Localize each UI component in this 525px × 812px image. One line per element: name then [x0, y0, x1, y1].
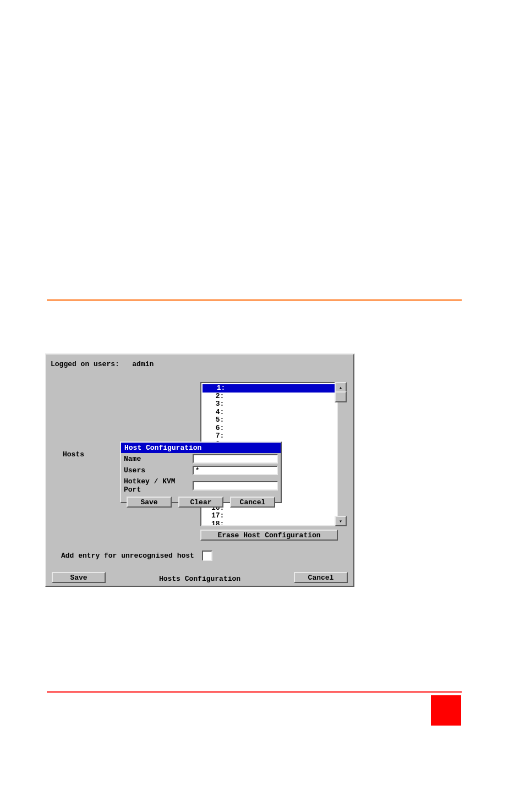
modal-title: Host Configuration	[121, 443, 281, 453]
scrollbar-thumb[interactable]	[335, 391, 347, 402]
list-item[interactable]: 2:	[201, 393, 337, 401]
scroll-down-button[interactable]: ▾	[335, 516, 347, 526]
users-label: Users	[124, 466, 190, 475]
hotkey-input[interactable]	[193, 481, 278, 491]
triangle-down-icon: ▾	[339, 518, 342, 525]
modal-clear-button[interactable]: Clear	[178, 497, 223, 508]
divider-orange	[47, 299, 462, 301]
logged-on-status: Logged on users: admin	[51, 360, 154, 368]
page-mark-box	[431, 695, 461, 726]
list-item[interactable]: 3:	[201, 400, 337, 408]
list-item[interactable]: 5:	[201, 416, 337, 424]
users-input[interactable]	[193, 466, 278, 475]
hotkey-label: Hotkey / KVM Port	[124, 477, 190, 494]
cancel-button[interactable]: Cancel	[294, 572, 348, 583]
logged-on-label: Logged on users:	[51, 360, 119, 368]
list-item[interactable]: 6:	[201, 424, 337, 433]
list-item[interactable]: 1:	[203, 384, 336, 393]
list-item[interactable]: 18:	[201, 520, 337, 527]
hosts-label: Hosts	[63, 450, 84, 459]
hosts-configuration-dialog: Logged on users: admin Hosts 1: 2: 3: 4:…	[45, 353, 354, 587]
name-input[interactable]	[193, 454, 278, 464]
list-item[interactable]: 4:	[201, 408, 337, 417]
logged-on-user: admin	[132, 360, 154, 368]
divider-red	[47, 691, 462, 693]
triangle-up-icon: ▴	[339, 384, 342, 391]
list-item[interactable]: 7:	[201, 432, 337, 440]
list-item[interactable]: 17:	[201, 512, 337, 520]
modal-save-button[interactable]: Save	[127, 497, 172, 508]
name-label: Name	[124, 455, 190, 463]
modal-cancel-button[interactable]: Cancel	[230, 497, 275, 508]
add-entry-label: Add entry for unrecognised host	[61, 552, 194, 560]
add-entry-checkbox[interactable]	[202, 551, 212, 561]
host-configuration-modal: Host Configuration Name Users Hotkey / K…	[120, 442, 282, 503]
erase-host-configuration-button[interactable]: Erase Host Configuration	[200, 530, 338, 541]
